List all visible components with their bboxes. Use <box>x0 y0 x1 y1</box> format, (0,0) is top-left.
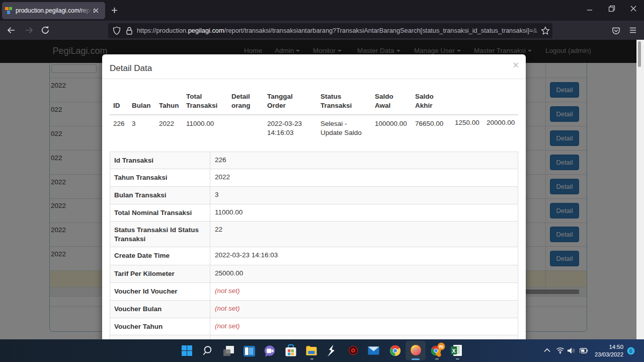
svg-text:m: m <box>439 344 444 349</box>
svg-text:X: X <box>452 348 456 354</box>
svg-text:6: 6 <box>629 348 632 354</box>
